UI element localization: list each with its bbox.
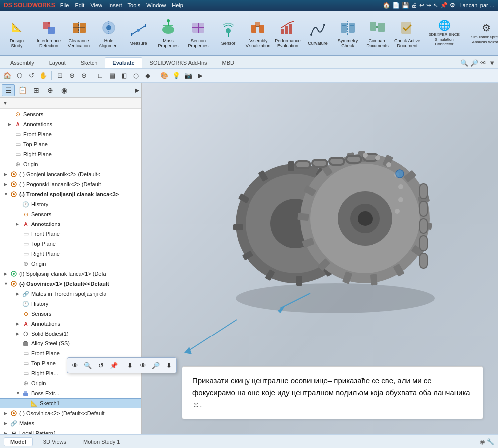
t2-zoom-in[interactable]: ⊕ [66, 70, 77, 81]
menu-tools[interactable]: Tools [128, 2, 141, 8]
tree-item-top-plane2[interactable]: ▭ Top Plane [0, 239, 141, 249]
t2-home[interactable]: 🏠 [2, 70, 13, 81]
interference-detection-button[interactable]: InterferenceDetection [34, 12, 64, 54]
tabbar-icon-view[interactable]: 👁 [480, 59, 487, 67]
tree-item-local-pattern[interactable]: ▶ ⊞ LocalLPattern1 [0, 428, 141, 434]
tab-sketch[interactable]: Sketch [73, 57, 105, 68]
t2-rotate[interactable]: ↺ [26, 70, 37, 81]
tree-item-osovinica1[interactable]: ▼ (-) Osovinica<1> (Default<<Default [0, 279, 141, 289]
design-study-button[interactable]: 📐 DesignStudy [2, 12, 32, 54]
tree-item-sensors1[interactable]: ⊙ Sensors [0, 110, 141, 119]
status-tab-model[interactable]: Model [4, 437, 33, 446]
tree-item-annotations3[interactable]: ▶ A Annotations [0, 319, 141, 329]
tab-evaluate[interactable]: Evaluate [105, 57, 142, 68]
sidebar-btn-scenes[interactable]: ◉ [58, 84, 71, 96]
3dexperience-button[interactable]: 🌐 3DEXPERIENCESimulationConnector [424, 17, 464, 49]
sidebar-btn-display[interactable]: ⊕ [44, 84, 57, 96]
toolbar-icon-save[interactable]: 💾 [402, 2, 409, 9]
tree-item-troredni[interactable]: ▼ (-) Troredni spoljasnji clanak lanca<3… [0, 189, 141, 199]
t2-more[interactable]: ▶ [195, 70, 206, 81]
t2-view-top[interactable]: ▤ [107, 70, 118, 81]
clearance-verification-button[interactable]: ClearanceVerification [64, 12, 94, 54]
toolbar-icon-new[interactable]: 📄 [392, 2, 400, 9]
tree-item-mates[interactable]: ▶ 🔗 Mates [0, 418, 141, 428]
tree-item-origin1[interactable]: ⊕ Origin [0, 159, 141, 169]
tree-item-front-plane1[interactable]: ▭ Front Plane [0, 129, 141, 139]
menu-window[interactable]: Window [146, 2, 166, 8]
tree-item-origin2[interactable]: ⊕ Origin [0, 259, 141, 269]
ctx-search-btn[interactable]: 🔎 [150, 359, 162, 371]
check-active-button[interactable]: Check ActiveDocument [392, 12, 422, 54]
t2-camera[interactable]: 📷 [183, 70, 194, 81]
performance-eval-button[interactable]: PerformanceEvaluation [273, 12, 303, 54]
t2-3d[interactable]: ⬡ [14, 70, 25, 81]
toolbar-icon-redo[interactable]: ↪ [426, 2, 431, 9]
status-tab-motion[interactable]: Motion Study 1 [77, 437, 126, 446]
tree-item-front-plane3[interactable]: ▭ Front Plane [0, 348, 141, 358]
toolbar-icon-undo[interactable]: ↩ [419, 2, 424, 9]
toolbar-icon-settings[interactable]: ⚙ [450, 2, 455, 9]
t2-section[interactable]: ◧ [119, 70, 129, 81]
ctx-link-btn[interactable]: ⬇ [124, 359, 136, 371]
sidebar-btn-config[interactable]: ⊞ [30, 84, 43, 96]
sidebar-btn-props[interactable]: 📋 [16, 84, 29, 96]
compare-docs-button[interactable]: CompareDocuments [363, 12, 392, 54]
tabbar-icon-zoom[interactable]: 🔎 [470, 59, 478, 67]
toolbar-icon-pin[interactable]: 📌 [440, 2, 448, 9]
simxpress-button[interactable]: ⚙ SimulationXpressAnalysis Wizard [466, 20, 498, 46]
symmetry-check-button[interactable]: SymmetryCheck [333, 12, 363, 54]
tab-assembly[interactable]: Assembly [3, 57, 42, 68]
toolbar-icon-home[interactable]: 🏠 [383, 2, 390, 9]
tree-item-spoljasnji[interactable]: ▶ (f) Spoljasnji clanak lanca<1> (Defa [0, 269, 141, 279]
tree-item-solid-bodies[interactable]: ▶ ⬡ Solid Bodies(1) [0, 329, 141, 338]
ctx-hide-btn[interactable]: 📌 [108, 359, 120, 371]
section-properties-button[interactable]: SectionProperties [183, 12, 213, 54]
tree-item-top-plane1[interactable]: ▭ Top Plane [0, 139, 141, 149]
tree-item-origin3[interactable]: ⊕ Origin [0, 378, 141, 388]
ctx-show-btn[interactable]: 👁 [69, 359, 81, 371]
ctx-eye-btn[interactable]: 👁 [137, 359, 149, 371]
hole-alignment-button[interactable]: HoleAlignment [94, 12, 124, 54]
sidebar-collapse-arrow[interactable]: ▶ [135, 87, 139, 94]
tree-item-front-plane2[interactable]: ▭ Front Plane [0, 229, 141, 239]
t2-display[interactable]: ◆ [142, 70, 153, 81]
t2-zoom-fit[interactable]: ⊡ [54, 70, 65, 81]
menu-help[interactable]: Help [172, 2, 183, 8]
tree-item-sketch1[interactable]: 📐 Sketch1 [0, 398, 141, 408]
tree-item-history1[interactable]: 🕐 History [0, 199, 141, 209]
menu-view[interactable]: View [90, 2, 102, 8]
t2-lighting[interactable]: 💡 [171, 70, 182, 81]
sensor-button[interactable]: Sensor [213, 12, 243, 54]
tabbar-icon-more[interactable]: ▼ [489, 59, 495, 67]
tab-addins[interactable]: SOLIDWORKS Add-Ins [142, 57, 215, 68]
tree-item-gonjeni[interactable]: ▶ (-) Gonjeni lancanik<2> (Default< [0, 169, 141, 179]
menu-file[interactable]: File [60, 2, 69, 8]
ctx-rotate-btn[interactable]: ↺ [95, 359, 107, 371]
t2-pan[interactable]: ✋ [38, 70, 49, 81]
tab-mbd[interactable]: MBD [215, 57, 242, 68]
t2-zoom-out[interactable]: ⊖ [78, 70, 89, 81]
toolbar-icon-select[interactable]: ↖ [433, 2, 438, 9]
status-tab-3dviews[interactable]: 3D Views [37, 437, 73, 446]
tree-item-boss-extr[interactable]: ▼ Boss-Extr... [0, 388, 141, 398]
tree-item-mates-in[interactable]: ▶ 🔗 Mates in Troredni spoljasnji cla [0, 289, 141, 299]
assembly-viz-button[interactable]: AssemblyVisualization [243, 12, 273, 54]
viewport[interactable]: Приказати скицу централне осовинице– при… [142, 83, 498, 434]
tree-item-osovinica2[interactable]: ▶ (-) Osovinica<2> (Default<<Default [0, 408, 141, 418]
tree-item-right-plane2[interactable]: ▭ Right Plane [0, 249, 141, 259]
t2-hide[interactable]: ◌ [130, 70, 141, 81]
t2-view-front[interactable]: □ [95, 70, 106, 81]
ctx-zoom-btn[interactable]: 🔍 [82, 359, 94, 371]
tab-layout[interactable]: Layout [42, 57, 73, 68]
tree-item-history2[interactable]: 🕐 History [0, 299, 141, 309]
measure-button[interactable]: Measure [124, 12, 153, 54]
tree-item-sensors2[interactable]: ⊙ Sensors [0, 209, 141, 219]
tree-item-right-plane1[interactable]: ▭ Right Plane [0, 149, 141, 159]
tree-item-annotations2[interactable]: ▶ A Annotations [0, 219, 141, 229]
toolbar-icon-print[interactable]: 🖨 [411, 2, 417, 9]
tree-item-sensors3[interactable]: ⊙ Sensors [0, 309, 141, 319]
tree-item-annotations1[interactable]: ▶ A Annotations [0, 119, 141, 129]
tabbar-icon-search[interactable]: 🔍 [460, 59, 468, 67]
menu-edit[interactable]: Edit [75, 2, 84, 8]
tree-item-alloy-steel[interactable]: Alloy Steel (SS) [0, 338, 141, 348]
